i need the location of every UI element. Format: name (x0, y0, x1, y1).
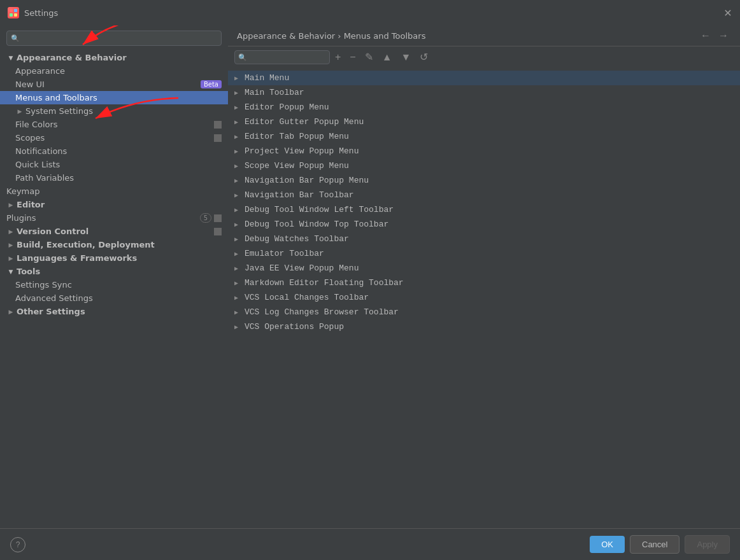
close-button[interactable]: ✕ (723, 8, 732, 17)
bottom-bar: ? OK Cancel Apply (0, 528, 740, 560)
item-chevron-icon: ▶ (234, 89, 245, 97)
sidebar-item-version-control[interactable]: ▶ Version Control (0, 225, 228, 238)
item-chevron-icon: ▶ (234, 235, 245, 243)
nav-back-button[interactable]: ← (698, 31, 713, 41)
help-button[interactable]: ? (10, 537, 25, 552)
sidebar-item-new-ui[interactable]: New UI Beta (0, 78, 228, 91)
add-button[interactable]: + (331, 51, 345, 64)
menu-item-debug-top[interactable]: ▶ Debug Tool Window Top Toolbar (228, 217, 740, 232)
chevron-right-icon-vc: ▶ (6, 227, 15, 236)
chevron-down-icon: ▼ (6, 53, 15, 62)
sidebar-item-build[interactable]: ▶ Build, Execution, Deployment (0, 238, 228, 251)
menu-item-markdown[interactable]: ▶ Markdown Editor Floating Toolbar (228, 276, 740, 290)
file-colors-icon (214, 121, 222, 129)
edit-button[interactable]: ✎ (361, 51, 377, 64)
vc-icon (214, 228, 222, 235)
sidebar-search-wrapper: 🔍 (6, 31, 222, 46)
toolbar-search-input[interactable] (234, 50, 330, 64)
cancel-button[interactable]: Cancel (630, 535, 680, 554)
sidebar-item-keymap[interactable]: Keymap (0, 185, 228, 198)
scopes-icon (214, 134, 222, 142)
sidebar-item-appearance-behavior[interactable]: ▼ Appearance & Behavior (0, 51, 228, 64)
item-chevron-icon: ▶ (234, 118, 245, 126)
sidebar-item-tools[interactable]: ▼ Tools (0, 265, 228, 278)
menu-item-debug-watches[interactable]: ▶ Debug Watches Toolbar (228, 232, 740, 246)
move-down-button[interactable]: ▼ (397, 51, 415, 64)
item-chevron-icon: ▶ (234, 133, 245, 141)
chevron-right-icon-lang: ▶ (6, 254, 15, 263)
toolbar-search-icon: 🔍 (238, 53, 247, 62)
menu-item-vcs-local[interactable]: ▶ VCS Local Changes Toolbar (228, 290, 740, 305)
sidebar-tree: ▼ Appearance & Behavior Appearance New U… (0, 51, 228, 528)
menu-item-vcs-log[interactable]: ▶ VCS Log Changes Browser Toolbar (228, 305, 740, 319)
toolbar-search-wrapper: 🔍 (234, 50, 330, 64)
sidebar-item-quick-lists[interactable]: Quick Lists (0, 158, 228, 171)
ok-button[interactable]: OK (590, 536, 625, 553)
sidebar-item-path-variables[interactable]: Path Variables (0, 171, 228, 185)
svg-rect-3 (14, 13, 17, 17)
menu-item-main-menu[interactable]: ▶ Main Menu (228, 71, 740, 85)
chevron-right-icon: ▶ (15, 107, 24, 116)
menu-item-debug-left[interactable]: ▶ Debug Tool Window Left Toolbar (228, 202, 740, 217)
breadcrumb-bar: Appearance & Behavior › Menus and Toolba… (228, 25, 740, 46)
menu-item-editor-gutter-popup[interactable]: ▶ Editor Gutter Popup Menu (228, 115, 740, 129)
reset-button[interactable]: ↺ (416, 51, 432, 64)
sidebar-item-system-settings[interactable]: ▶ System Settings (0, 104, 228, 118)
item-chevron-icon: ▶ (234, 221, 245, 228)
app-icon (8, 7, 19, 18)
breadcrumb-nav: ← → (698, 31, 731, 41)
menu-item-java-ee[interactable]: ▶ Java EE View Popup Menu (228, 261, 740, 276)
sidebar-item-plugins[interactable]: Plugins 5 (0, 211, 228, 225)
main-area: 🔍 ▼ Appearan (0, 25, 740, 528)
breadcrumb: Appearance & Behavior › Menus and Toolba… (237, 31, 425, 41)
sidebar-item-appearance[interactable]: Appearance (0, 64, 228, 78)
sidebar-item-advanced-settings[interactable]: Advanced Settings (0, 291, 228, 305)
toolbar: 🔍 + − ✎ ▲ ▼ ↺ (228, 46, 740, 68)
menu-item-editor-popup[interactable]: ▶ Editor Popup Menu (228, 100, 740, 115)
sidebar: 🔍 ▼ Appearan (0, 25, 228, 528)
svg-rect-2 (10, 13, 13, 17)
plugins-icon (214, 214, 222, 222)
menu-item-project-view-popup[interactable]: ▶ Project View Popup Menu (228, 144, 740, 158)
item-chevron-icon: ▶ (234, 192, 245, 199)
menu-item-nav-bar-toolbar[interactable]: ▶ Navigation Bar Toolbar (228, 188, 740, 202)
item-chevron-icon: ▶ (234, 148, 245, 155)
sidebar-item-settings-sync[interactable]: Settings Sync (0, 278, 228, 291)
menu-item-scope-view-popup[interactable]: ▶ Scope View Popup Menu (228, 158, 740, 173)
item-chevron-icon: ▶ (234, 265, 245, 272)
right-panel: Appearance & Behavior › Menus and Toolba… (228, 25, 740, 528)
menu-item-editor-tab-popup[interactable]: ▶ Editor Tab Popup Menu (228, 129, 740, 144)
item-chevron-icon: ▶ (234, 279, 245, 287)
menu-item-emulator[interactable]: ▶ Emulator Toolbar (228, 246, 740, 261)
move-up-button[interactable]: ▲ (378, 51, 396, 64)
sidebar-item-editor[interactable]: ▶ Editor (0, 198, 228, 211)
chevron-right-icon-build: ▶ (6, 241, 15, 249)
item-chevron-icon: ▶ (234, 323, 245, 331)
sidebar-search-icon: 🔍 (11, 34, 20, 43)
nav-forward-button[interactable]: → (716, 31, 731, 41)
title-bar: Settings ✕ (0, 0, 740, 25)
sidebar-item-other-settings[interactable]: ▶ Other Settings (0, 305, 228, 318)
menu-item-nav-bar-popup[interactable]: ▶ Navigation Bar Popup Menu (228, 173, 740, 188)
svg-rect-0 (10, 9, 13, 12)
sidebar-search-input[interactable] (6, 31, 222, 46)
settings-window: Settings ✕ 🔍 (0, 0, 740, 560)
item-chevron-icon: ▶ (234, 74, 245, 82)
sidebar-item-notifications[interactable]: Notifications (0, 144, 228, 158)
item-chevron-icon: ▶ (234, 206, 245, 214)
window-title: Settings (24, 8, 718, 18)
item-chevron-icon: ▶ (234, 104, 245, 111)
sidebar-item-menus-toolbars[interactable]: Menus and Toolbars (0, 91, 228, 104)
chevron-right-icon-other: ▶ (6, 307, 15, 316)
sidebar-item-scopes[interactable]: Scopes (0, 131, 228, 144)
chevron-right-icon-editor: ▶ (6, 200, 15, 209)
remove-button[interactable]: − (346, 51, 359, 64)
sidebar-item-file-colors[interactable]: File Colors (0, 118, 228, 131)
plugins-count-badge: 5 (200, 213, 211, 223)
chevron-down-icon-tools: ▼ (6, 267, 15, 276)
menu-item-main-toolbar[interactable]: ▶ Main Toolbar (228, 85, 740, 100)
sidebar-item-languages[interactable]: ▶ Languages & Frameworks (0, 251, 228, 265)
apply-button[interactable]: Apply (685, 535, 730, 554)
menu-item-vcs-ops[interactable]: ▶ VCS Operations Popup (228, 319, 740, 334)
item-chevron-icon: ▶ (234, 294, 245, 302)
